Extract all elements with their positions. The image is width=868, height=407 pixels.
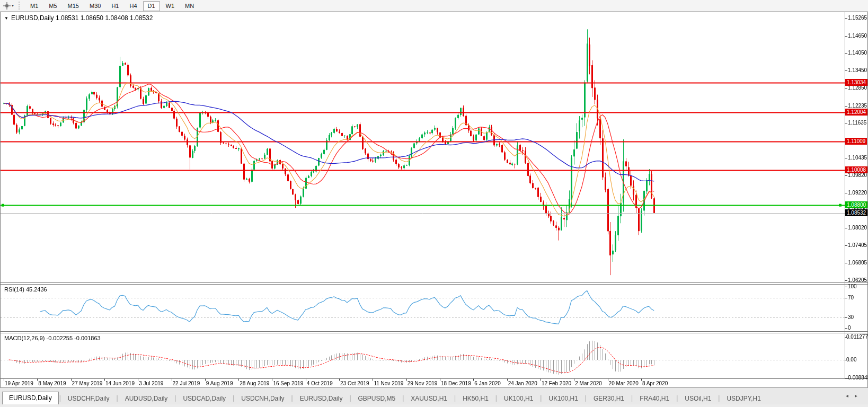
tab-scroll-arrows: ◂▸ [846,393,864,399]
timeframe-button-d1[interactable]: D1 [143,1,160,11]
chart-tab-xauusd-h1[interactable]: XAUUSD,H1 [404,393,454,404]
chart-tab-hk50-h1[interactable]: HK50,H1 [456,393,495,404]
chart-title: ▼EURUSD,Daily 1.08531 1.08650 1.08408 1.… [4,14,153,22]
timeframe-button-m30[interactable]: M30 [85,1,105,11]
chart-tabbar: EURUSD,Daily|USDCHF,Daily|AUDUSD,Daily|U… [0,387,868,405]
chart-tab-eurusd-daily[interactable]: EURUSD,Daily [294,393,349,404]
bottom-strip [0,404,868,407]
chart-tabs: EURUSD,Daily|USDCHF,Daily|AUDUSD,Daily|U… [2,392,767,404]
timeframe-buttons: M1M5M15M30H1H4D1W1MN [25,1,199,11]
toolbar-grip [19,2,22,10]
chart-tab-fra40-h1[interactable]: FRA40,H1 [633,393,676,404]
timeframe-button-mn[interactable]: MN [180,1,199,11]
crosshair-icon [3,2,11,10]
timeframe-button-m15[interactable]: M15 [63,1,84,11]
timeframe-button-h4[interactable]: H4 [125,1,141,11]
trading-app: ▾ M1M5M15M30H1H4D1W1MN ▼EURUSD,Daily 1.0… [0,0,868,407]
chart-tab-usdchf-daily[interactable]: USDCHF,Daily [61,393,116,404]
chart-tab-gbpusd-m5[interactable]: GBPUSD,M5 [352,393,402,404]
top-toolbar: ▾ M1M5M15M30H1H4D1W1MN [0,0,868,12]
tab-scroll-left-icon[interactable]: ◂ [846,393,855,399]
chart-tab-audusd-daily[interactable]: AUDUSD,Daily [119,393,174,404]
chart-window: ▼EURUSD,Daily 1.08531 1.08650 1.08408 1.… [0,12,868,387]
chart-tab-usdjpy-h1[interactable]: USDJPY,H1 [720,393,767,404]
timeframe-button-w1[interactable]: W1 [161,1,180,11]
chart-tab-uk100-h1[interactable]: UK100,H1 [498,393,539,404]
timeframe-button-m5[interactable]: M5 [44,1,61,11]
chart-canvas[interactable] [1,12,867,387]
chart-tab-uk100-h1[interactable]: UK100,H1 [542,393,584,404]
chart-tab-usdcnh-daily[interactable]: USDCNH,Daily [235,393,290,404]
chart-tab-eurusd-daily[interactable]: EURUSD,Daily [2,392,59,405]
chevron-down-icon[interactable]: ▾ [12,3,14,8]
chart-title-symbol: EURUSD,Daily [11,14,54,22]
chart-title-dropdown-icon[interactable]: ▼ [4,16,8,21]
tab-scroll-right-icon[interactable]: ▸ [855,393,864,399]
macd-label: MACD(12,26,9) -0.002255 -0.001863 [4,335,101,341]
timeframe-button-h1[interactable]: H1 [107,1,123,11]
chart-tab-usdcad-daily[interactable]: USDCAD,Daily [176,393,232,404]
chart-title-ohlc: 1.08531 1.08650 1.08408 1.08532 [56,14,153,22]
crosshair-tool-button[interactable]: ▾ [1,1,16,11]
chart-tab-usoil-h1[interactable]: USOil,H1 [678,393,718,404]
chart-tab-ger30-h1[interactable]: GER30,H1 [587,393,631,404]
rsi-label: RSI(14) 45.2436 [4,286,47,293]
timeframe-button-m1[interactable]: M1 [25,1,43,11]
